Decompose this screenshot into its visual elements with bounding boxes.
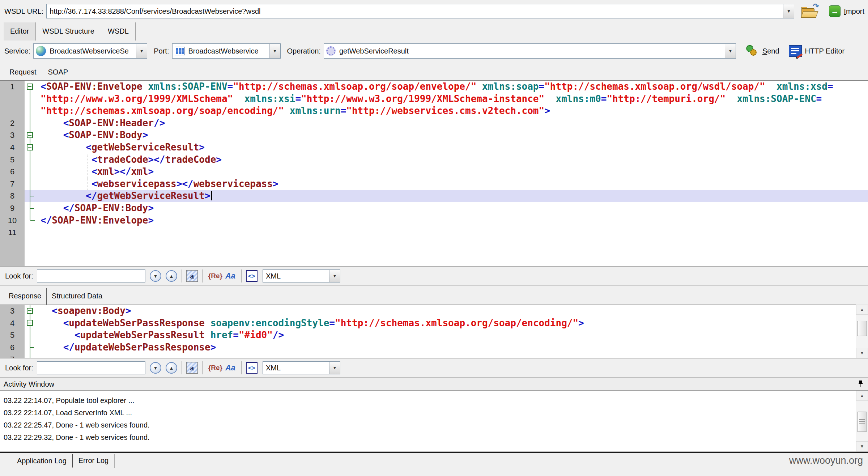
fold-collapse-icon[interactable]: [27, 84, 33, 90]
line-number: 7: [0, 178, 25, 190]
find-mode-combobox[interactable]: XML▼: [263, 361, 340, 374]
fold-column: [25, 341, 35, 354]
port-value[interactable]: BroadcastWebservice: [186, 47, 269, 55]
activity-vertical-scrollbar[interactable]: ▲ ▼: [856, 391, 868, 451]
code-text: <getWebServiceResult>: [35, 141, 868, 154]
code-line[interactable]: 7<webservicepass></webservicepass>: [0, 178, 868, 190]
regex-button[interactable]: {Re}: [207, 362, 224, 374]
scrollbar-thumb[interactable]: [857, 321, 867, 336]
tab-response[interactable]: Response: [4, 288, 47, 305]
code-line[interactable]: 11: [0, 226, 868, 239]
code-line[interactable]: 2<SOAP-ENV:Header/>: [0, 117, 868, 129]
scroll-up-button[interactable]: ▲: [856, 391, 868, 401]
pin-icon[interactable]: [858, 381, 864, 388]
open-file-button[interactable]: ↷: [799, 3, 820, 19]
scroll-down-button[interactable]: ▼: [856, 348, 868, 358]
response-vertical-scrollbar[interactable]: ▲ ▼: [856, 305, 868, 358]
line-number: [0, 105, 25, 117]
find-next-button[interactable]: ▼: [150, 362, 161, 374]
find-mode-combobox[interactable]: XML▼: [263, 269, 340, 282]
separator: [182, 269, 182, 282]
find-next-button[interactable]: ▼: [150, 270, 161, 282]
fold-column: [25, 214, 35, 227]
find-input[interactable]: [37, 269, 145, 282]
highlight-all-button[interactable]: a: [186, 270, 198, 282]
wsdl-url-combobox[interactable]: http://36.7.174.33:8288/Conf/services/Br…: [46, 4, 794, 18]
code-line[interactable]: 5<tradeCode></tradeCode>: [0, 154, 868, 166]
tab-error-log[interactable]: Error Log: [73, 454, 115, 468]
code-line[interactable]: 9</SOAP-ENV:Body>: [0, 202, 868, 214]
fold-column: [25, 141, 35, 154]
code-text: <updateWebSerPassResponse soapenv:encodi…: [35, 317, 856, 330]
find-mode-dropdown-button[interactable]: ▼: [329, 362, 340, 374]
code-line[interactable]: 4<updateWebSerPassResponse soapenv:encod…: [0, 317, 856, 330]
service-combobox[interactable]: BroadcastWebserviceSe ▼: [33, 43, 147, 59]
code-line[interactable]: 3<SOAP-ENV:Body>: [0, 129, 868, 141]
port-dropdown-button[interactable]: ▼: [269, 44, 280, 58]
wsdl-url-dropdown-button[interactable]: ▼: [783, 4, 794, 18]
port-combobox[interactable]: BroadcastWebservice ▼: [172, 43, 281, 59]
request-find-bar: Look for:▼▲a{Re}Aa<>XML▼: [0, 266, 868, 286]
tab-wsdl-structure[interactable]: WSDL Structure: [36, 22, 101, 41]
scroll-up-button[interactable]: ▲: [856, 305, 868, 315]
find-mode-dropdown-button[interactable]: ▼: [329, 270, 340, 282]
tab-soap[interactable]: SOAP: [42, 64, 75, 80]
code-line[interactable]: 3<soapenv:Body>: [0, 305, 856, 317]
send-label: Send: [762, 47, 779, 55]
response-xml-editor[interactable]: 3<soapenv:Body>4<updateWebSerPassRespons…: [0, 305, 856, 358]
service-value[interactable]: BroadcastWebserviceSe: [47, 47, 136, 55]
code-line[interactable]: 1<SOAP-ENV:Envelope xmlns:SOAP-ENV="http…: [0, 81, 868, 93]
whole-word-button[interactable]: <>: [246, 270, 258, 282]
find-input[interactable]: [37, 361, 145, 374]
request-xml-editor[interactable]: 1<SOAP-ENV:Envelope xmlns:SOAP-ENV="http…: [0, 80, 868, 266]
fold-column: [25, 226, 35, 239]
fold-column: [25, 317, 35, 330]
match-case-button[interactable]: Aa: [224, 270, 237, 282]
highlight-all-button[interactable]: a: [186, 362, 198, 374]
import-button[interactable]: → Import: [829, 5, 864, 17]
service-dropdown-button[interactable]: ▼: [136, 44, 147, 58]
fold-collapse-icon[interactable]: [27, 132, 33, 138]
code-text: <SOAP-ENV:Envelope xmlns:SOAP-ENV="http:…: [35, 81, 868, 93]
code-line[interactable]: 7: [0, 353, 856, 358]
operation-combobox[interactable]: getWebServiceResult ▼: [324, 43, 736, 59]
log-entry: 03.22 22:25.47, Done - 1 web services fo…: [4, 419, 854, 431]
code-text: [35, 353, 856, 358]
operation-value[interactable]: getWebServiceResult: [336, 47, 725, 55]
footer: Application LogError Log www.wooyun.org: [0, 451, 868, 468]
scrollbar-thumb[interactable]: [857, 412, 867, 432]
code-text: "http://www.w3.org/1999/XMLSchema" xmlns…: [35, 93, 868, 105]
find-mode-value[interactable]: XML: [263, 364, 329, 372]
scroll-down-button[interactable]: ▼: [856, 441, 868, 451]
wsdl-url-value[interactable]: http://36.7.174.33:8288/Conf/services/Br…: [47, 7, 783, 16]
whole-word-button[interactable]: <>: [246, 362, 258, 374]
code-line[interactable]: "http://www.w3.org/1999/XMLSchema" xmlns…: [0, 93, 868, 105]
code-line[interactable]: 6</updateWebSerPassResponse>: [0, 341, 856, 354]
fold-collapse-icon[interactable]: [27, 320, 33, 326]
tab-editor[interactable]: Editor: [4, 22, 36, 41]
regex-button[interactable]: {Re}: [207, 270, 224, 282]
fold-column: [25, 117, 35, 129]
find-prev-button[interactable]: ▲: [166, 270, 177, 282]
code-line[interactable]: 10</SOAP-ENV:Envelope>: [0, 214, 868, 227]
operation-dropdown-button[interactable]: ▼: [725, 44, 736, 58]
send-button[interactable]: Send: [745, 44, 779, 58]
code-text: </getWebServiceResult>: [35, 190, 868, 202]
code-line[interactable]: 4<getWebServiceResult>: [0, 141, 868, 154]
tab-application-log[interactable]: Application Log: [11, 454, 73, 468]
code-line[interactable]: 5<updateWebSerPassResult href="#id0"/>: [0, 329, 856, 341]
tab-request[interactable]: Request: [4, 64, 42, 80]
http-editor-button[interactable]: HTTP Editor: [789, 45, 845, 57]
match-case-button[interactable]: Aa: [224, 362, 237, 374]
tab-structured-data[interactable]: Structured Data: [47, 288, 107, 305]
code-line[interactable]: 6<xml></xml>: [0, 166, 868, 178]
find-mode-value[interactable]: XML: [263, 272, 329, 280]
code-line[interactable]: 8</getWebServiceResult>: [0, 190, 868, 202]
code-line[interactable]: "http://schemas.xmlsoap.org/soap/encodin…: [0, 105, 868, 117]
find-prev-button[interactable]: ▲: [166, 362, 177, 374]
fold-collapse-icon[interactable]: [27, 144, 33, 150]
fold-collapse-icon[interactable]: [27, 308, 33, 314]
tab-wsdl[interactable]: WSDL: [101, 22, 136, 41]
line-number: 8: [0, 190, 25, 202]
fold-column: [25, 129, 35, 141]
